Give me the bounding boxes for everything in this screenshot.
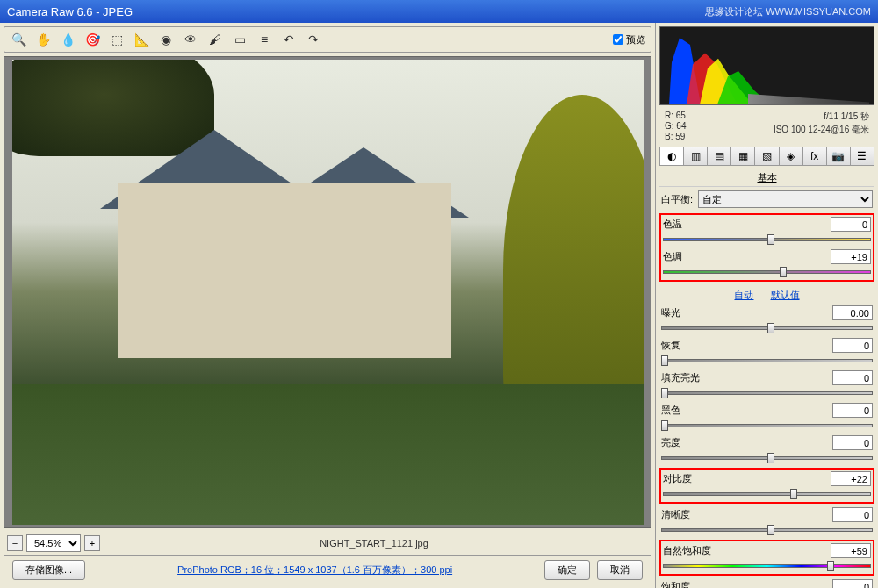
toolbar: 🔍 ✋ 💧 🎯 ⬚ 📐 ◉ 👁 🖌 ▭ ≡ ↶ ↷ 预览 <box>4 26 651 53</box>
tint-slider[interactable] <box>663 266 871 278</box>
tint-label: 色调 <box>663 250 682 263</box>
contrast-label: 对比度 <box>663 472 692 485</box>
contrast-slider[interactable] <box>663 488 871 500</box>
wb-row: 白平衡: 自定 <box>661 190 873 208</box>
zoom-tool-icon[interactable]: 🔍 <box>10 31 27 48</box>
recovery-slider[interactable] <box>661 355 873 367</box>
tab-hsl[interactable]: ▦ <box>731 147 755 165</box>
panel-tabs: ◐ ▥ ▤ ▦ ▧ ◈ fx 📷 ☰ <box>659 147 874 166</box>
info-row: R: 65 G: 64 B: 59 f/11 1/15 秒 ISO 100 12… <box>656 109 878 143</box>
auto-row: 自动 默认值 <box>661 285 873 305</box>
tint-value[interactable] <box>831 249 871 264</box>
saturation-value[interactable] <box>832 579 873 588</box>
right-panel: R: 65 G: 64 B: 59 f/11 1/15 秒 ISO 100 12… <box>655 23 878 588</box>
rotate-cw-icon[interactable]: ↷ <box>305 31 322 48</box>
temp-slider[interactable] <box>663 233 871 246</box>
preview-checkbox[interactable] <box>613 34 623 45</box>
wb-label: 白平衡: <box>661 193 693 206</box>
fill-value[interactable] <box>832 370 873 385</box>
gradient-icon[interactable]: ▭ <box>231 31 248 48</box>
photo-preview <box>12 60 644 525</box>
exif-readout: f/11 1/15 秒 ISO 100 12-24@16 毫米 <box>774 111 869 141</box>
exposure-value[interactable] <box>832 305 873 320</box>
black-value[interactable] <box>832 403 873 418</box>
temp-label: 色温 <box>663 218 682 231</box>
filename-label: NIGHT_START_1121.jpg <box>320 538 428 549</box>
image-viewport[interactable] <box>4 56 651 528</box>
recovery-value[interactable] <box>832 338 873 353</box>
zoom-select[interactable]: 54.5% <box>26 534 81 552</box>
tab-lens[interactable]: ◈ <box>780 147 803 165</box>
prefs-icon[interactable]: ≡ <box>255 31 273 48</box>
black-slider[interactable] <box>661 419 873 432</box>
hand-tool-icon[interactable]: ✋ <box>34 31 52 48</box>
straighten-icon[interactable]: 📐 <box>133 31 150 48</box>
vibrance-value[interactable] <box>831 543 871 558</box>
brush-icon[interactable]: 🖌 <box>206 31 224 48</box>
black-label: 黑色 <box>661 404 680 417</box>
eyedropper-icon[interactable]: 💧 <box>59 31 76 48</box>
workflow-link[interactable]: ProPhoto RGB；16 位；1549 x 1037（1.6 百万像素）；… <box>177 563 452 577</box>
auto-link[interactable]: 自动 <box>734 290 753 300</box>
sampler-icon[interactable]: 🎯 <box>83 31 101 48</box>
preview-toggle[interactable]: 预览 <box>613 33 645 47</box>
titlebar: Camera Raw 6.6 - JPEG 思缘设计论坛 WWW.MISSYUA… <box>0 0 878 23</box>
crop-icon[interactable]: ⬚ <box>108 31 126 48</box>
window-title: Camera Raw 6.6 - JPEG <box>7 5 133 18</box>
tab-presets[interactable]: ☰ <box>851 147 874 165</box>
rgb-readout: R: 65 G: 64 B: 59 <box>665 111 686 141</box>
vibrance-slider[interactable] <box>663 560 871 572</box>
main-content: 🔍 ✋ 💧 🎯 ⬚ 📐 ◉ 👁 🖌 ▭ ≡ ↶ ↷ 预览 <box>0 23 878 588</box>
tab-split[interactable]: ▧ <box>755 147 779 165</box>
clarity-value[interactable] <box>832 507 873 522</box>
preview-label: 预览 <box>626 33 645 47</box>
brightness-value[interactable] <box>832 435 873 450</box>
zoom-in-button[interactable]: + <box>84 535 100 551</box>
footer: 存储图像... ProPhoto RGB；16 位；1549 x 1037（1.… <box>4 555 651 584</box>
exposure-label: 曝光 <box>661 306 680 319</box>
vibrance-label: 自然饱和度 <box>663 544 711 557</box>
spot-icon[interactable]: ◉ <box>157 31 175 48</box>
wb-select[interactable]: 自定 <box>698 190 873 208</box>
rotate-ccw-icon[interactable]: ↶ <box>280 31 298 48</box>
temp-value[interactable] <box>831 217 871 232</box>
clarity-label: 清晰度 <box>661 508 690 521</box>
histogram[interactable] <box>659 26 874 105</box>
temp-tint-group: 色温 色调 <box>659 213 874 282</box>
save-image-button[interactable]: 存储图像... <box>12 560 85 580</box>
fill-label: 填充亮光 <box>661 371 700 384</box>
contrast-value[interactable] <box>831 471 871 486</box>
brightness-slider[interactable] <box>661 452 873 464</box>
watermark: 思缘设计论坛 WWW.MISSYUAN.COM <box>705 5 871 18</box>
recovery-label: 恢复 <box>661 339 680 352</box>
tab-fx[interactable]: fx <box>803 147 827 165</box>
clarity-slider[interactable] <box>661 524 873 536</box>
tab-detail[interactable]: ▤ <box>708 147 731 165</box>
zoom-bar: − 54.5% + NIGHT_START_1121.jpg <box>4 532 651 555</box>
saturation-label: 饱和度 <box>661 580 690 588</box>
tab-camera[interactable]: 📷 <box>827 147 851 165</box>
redeye-icon[interactable]: 👁 <box>182 31 199 48</box>
panel-title: 基本 <box>659 169 874 187</box>
zoom-out-button[interactable]: − <box>7 535 23 551</box>
fill-slider[interactable] <box>661 387 873 399</box>
tab-basic[interactable]: ◐ <box>660 147 684 165</box>
ok-button[interactable]: 确定 <box>544 560 590 580</box>
tab-curve[interactable]: ▥ <box>684 147 708 165</box>
left-panel: 🔍 ✋ 💧 🎯 ⬚ 📐 ◉ 👁 🖌 ▭ ≡ ↶ ↷ 预览 <box>0 23 655 588</box>
default-link[interactable]: 默认值 <box>771 290 800 300</box>
cancel-button[interactable]: 取消 <box>597 560 643 580</box>
exposure-slider[interactable] <box>661 322 873 334</box>
brightness-label: 亮度 <box>661 436 680 449</box>
basic-panel: 白平衡: 自定 色温 色调 自动 默认值 曝光 恢复 填充亮光 黑色 亮度 对比… <box>656 187 878 588</box>
